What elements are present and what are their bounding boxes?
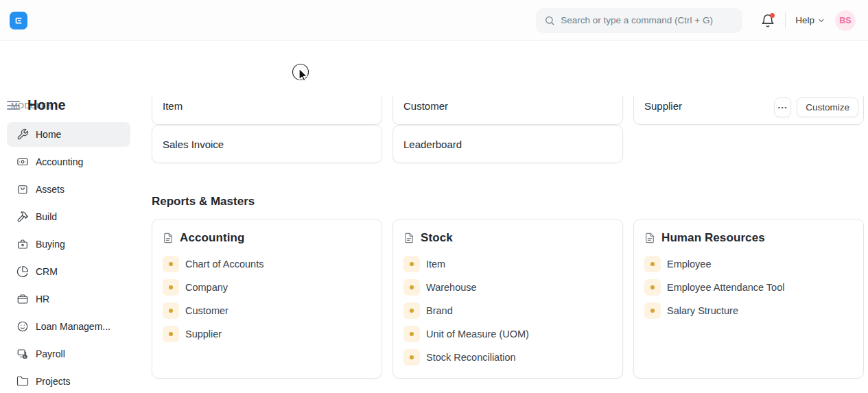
- card-human-resources: Human Resources Employee Employee Attend…: [633, 219, 864, 379]
- link-supplier[interactable]: Supplier: [163, 326, 371, 342]
- link-uom[interactable]: Unit of Measure (UOM): [403, 326, 612, 342]
- page-header: Home ... Customize: [0, 41, 868, 96]
- notification-dot: [770, 13, 775, 18]
- link-chart-of-accounts[interactable]: Chart of Accounts: [163, 256, 371, 272]
- reports-cards: Accounting Chart of Accounts Company Cus…: [152, 219, 864, 379]
- doctype-bullet-icon: [163, 302, 179, 319]
- link-employee[interactable]: Employee: [644, 256, 853, 272]
- link-customer[interactable]: Customer: [163, 302, 371, 319]
- sidebar-toggle-icon[interactable]: [7, 99, 20, 112]
- page-title: Home: [27, 97, 66, 113]
- topbar-divider: [785, 12, 786, 29]
- doctype-bullet-icon: [644, 279, 661, 296]
- reports-masters-heading: Reports & Masters: [152, 195, 864, 209]
- link-company[interactable]: Company: [163, 279, 371, 296]
- doctype-bullet-icon: [403, 349, 420, 366]
- doctype-bullet-icon: [403, 302, 420, 319]
- customize-button[interactable]: Customize: [797, 97, 858, 117]
- file-text-icon: [644, 233, 655, 243]
- card-title: Accounting: [180, 231, 245, 245]
- main-content: Item Customer Supplier Sales Invoice Lea…: [0, 96, 868, 393]
- help-menu[interactable]: Help: [795, 15, 825, 25]
- chevron-down-icon: [817, 16, 825, 25]
- link-brand[interactable]: Brand: [403, 302, 612, 319]
- notifications-bell-icon[interactable]: [760, 13, 775, 28]
- card-title: Human Resources: [661, 231, 765, 245]
- doctype-bullet-icon: [644, 256, 661, 272]
- shortcut-sales-invoice[interactable]: Sales Invoice: [152, 125, 382, 163]
- doctype-bullet-icon: [403, 326, 420, 342]
- search-icon: [544, 15, 555, 26]
- link-item[interactable]: Item: [403, 256, 612, 272]
- global-search[interactable]: [536, 8, 742, 33]
- link-stock-reconciliation[interactable]: Stock Reconciliation: [403, 349, 612, 366]
- shortcut-leaderboard[interactable]: Leaderboard: [392, 125, 623, 163]
- shortcut-row-2: Sales Invoice Leaderboard: [152, 125, 864, 163]
- doctype-bullet-icon: [403, 256, 420, 272]
- file-text-icon: [403, 233, 414, 243]
- shortcut-item[interactable]: Item: [152, 96, 382, 125]
- shortcut-customer[interactable]: Customer: [392, 96, 623, 125]
- doctype-bullet-icon: [163, 326, 179, 342]
- link-salary-structure[interactable]: Salary Structure: [644, 302, 853, 319]
- doctype-bullet-icon: [163, 279, 179, 296]
- file-text-icon: [163, 233, 174, 243]
- topbar: Help BS: [0, 0, 868, 41]
- card-accounting: Accounting Chart of Accounts Company Cus…: [152, 219, 382, 379]
- help-label: Help: [795, 15, 814, 25]
- doctype-bullet-icon: [403, 279, 420, 296]
- more-options-button[interactable]: ...: [774, 97, 791, 117]
- card-stock: Stock Item Warehouse Brand Unit of Meas: [392, 219, 623, 379]
- erpnext-logo-icon[interactable]: [10, 12, 27, 29]
- doctype-bullet-icon: [644, 302, 661, 319]
- link-employee-attendance-tool[interactable]: Employee Attendance Tool: [644, 279, 853, 296]
- search-input[interactable]: [561, 15, 734, 25]
- link-warehouse[interactable]: Warehouse: [403, 279, 612, 296]
- doctype-bullet-icon: [163, 256, 179, 272]
- card-title: Stock: [421, 231, 453, 245]
- shortcut-row-1: Item Customer Supplier: [152, 96, 864, 125]
- avatar[interactable]: BS: [835, 10, 856, 31]
